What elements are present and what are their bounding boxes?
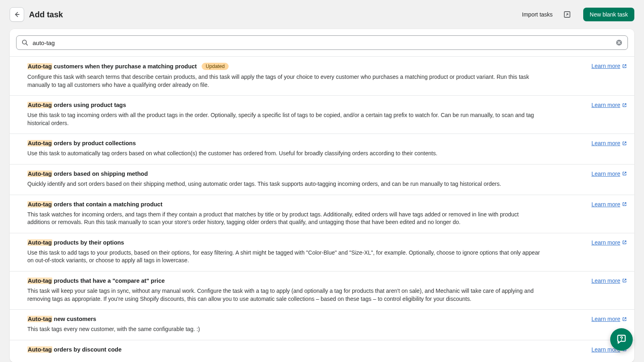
task-description: Use this task to automatically tag order…	[27, 150, 543, 158]
search-field[interactable]	[16, 35, 628, 50]
task-description: This task will keep your sale tags in sy…	[27, 287, 543, 303]
task-result-item[interactable]: Auto-tag products by their options Use t…	[10, 233, 634, 271]
external-link-icon	[622, 240, 627, 245]
chat-question-icon	[616, 334, 627, 345]
external-link-icon	[622, 202, 627, 207]
task-library-card: Auto-tag customers when they purchase a …	[10, 29, 634, 362]
svg-point-3	[621, 340, 622, 341]
task-result-header: Auto-tag products that have a "compare a…	[27, 278, 627, 284]
learn-more-link[interactable]: Learn more	[591, 63, 627, 69]
task-result-header: Auto-tag customers when they purchase a …	[27, 63, 627, 70]
external-link-icon	[622, 103, 627, 108]
external-link-icon	[622, 278, 627, 283]
task-result-header: Auto-tag orders by product collections	[27, 140, 627, 146]
learn-more-link[interactable]: Learn more	[591, 278, 627, 284]
task-result-item[interactable]: Auto-tag orders that contain a matching …	[10, 195, 634, 233]
expand-button[interactable]	[561, 8, 574, 21]
results-list: Auto-tag customers when they purchase a …	[10, 56, 634, 362]
search-highlight: Auto-tag	[27, 171, 52, 177]
page-title: Add task	[29, 10, 517, 19]
task-description: This task watches for incoming orders, a…	[27, 211, 543, 226]
task-title: Auto-tag orders by product collections	[27, 140, 136, 146]
search-highlight: Auto-tag	[27, 201, 52, 208]
learn-more-link[interactable]: Learn more	[591, 171, 627, 177]
task-result-header: Auto-tag orders by discount code	[27, 346, 627, 353]
external-link-icon	[622, 171, 627, 176]
task-title: Auto-tag products that have a "compare a…	[27, 278, 165, 284]
task-result-item[interactable]: Auto-tag orders using product tags Use t…	[10, 95, 634, 134]
search-input[interactable]	[33, 39, 611, 46]
learn-more-link[interactable]: Learn more	[591, 102, 627, 108]
task-result-item[interactable]: Auto-tag customers when they purchase a …	[10, 56, 634, 95]
task-title: Auto-tag orders using product tags	[27, 102, 126, 108]
search-highlight: Auto-tag	[27, 63, 52, 70]
task-description: Use this task to add tags to your produc…	[27, 249, 543, 265]
task-title: Auto-tag customers when they purchase a …	[27, 63, 197, 70]
external-link-icon	[622, 141, 627, 146]
task-result-item[interactable]: Auto-tag orders by discount code Learn m…	[10, 340, 634, 362]
task-title: Auto-tag products by their options	[27, 239, 124, 246]
learn-more-link[interactable]: Learn more	[591, 201, 627, 208]
search-icon	[21, 39, 29, 46]
search-container	[10, 29, 634, 56]
import-tasks-link[interactable]: Import tasks	[522, 11, 553, 18]
new-blank-task-button[interactable]: New blank task	[583, 8, 634, 21]
external-link-icon	[622, 317, 627, 322]
back-button[interactable]	[10, 7, 24, 22]
task-title: Auto-tag orders based on shipping method	[27, 171, 148, 177]
expand-icon	[563, 10, 571, 19]
task-result-item[interactable]: Auto-tag products that have a "compare a…	[10, 271, 634, 309]
task-result-header: Auto-tag orders using product tags	[27, 102, 627, 108]
learn-more-link[interactable]: Learn more	[591, 316, 627, 322]
learn-more-link[interactable]: Learn more	[591, 239, 627, 246]
task-result-header: Auto-tag orders that contain a matching …	[27, 201, 627, 208]
task-result-item[interactable]: Auto-tag orders based on shipping method…	[10, 164, 634, 195]
search-highlight: Auto-tag	[27, 140, 52, 146]
task-result-item[interactable]: Auto-tag new customers This task tags ev…	[10, 309, 634, 340]
close-circle-icon	[615, 39, 623, 46]
chat-help-button[interactable]	[610, 328, 633, 351]
task-description: This task tags every new customer, with …	[27, 325, 543, 333]
updated-badge: Updated	[202, 63, 229, 70]
task-result-header: Auto-tag new customers	[27, 316, 627, 322]
task-title: Auto-tag orders by discount code	[27, 346, 122, 353]
task-title: Auto-tag orders that contain a matching …	[27, 201, 163, 208]
search-highlight: Auto-tag	[27, 346, 52, 353]
clear-search-button[interactable]	[615, 39, 623, 46]
search-highlight: Auto-tag	[27, 278, 52, 284]
arrow-left-icon	[13, 11, 21, 18]
search-highlight: Auto-tag	[27, 102, 52, 108]
learn-more-link[interactable]: Learn more	[591, 140, 627, 146]
task-result-header: Auto-tag products by their options	[27, 239, 627, 246]
task-description: Quickly identify and sort orders based o…	[27, 180, 543, 188]
task-description: Configure this task with search terms th…	[27, 73, 543, 89]
task-title: Auto-tag new customers	[27, 316, 96, 322]
task-result-header: Auto-tag orders based on shipping method	[27, 171, 627, 177]
page-header: Add task Import tasks New blank task	[0, 0, 644, 29]
search-highlight: Auto-tag	[27, 239, 52, 246]
task-result-item[interactable]: Auto-tag orders by product collections U…	[10, 134, 634, 164]
search-highlight: Auto-tag	[27, 316, 52, 322]
external-link-icon	[622, 64, 627, 69]
task-description: Use this task to tag incoming orders wit…	[27, 111, 543, 127]
